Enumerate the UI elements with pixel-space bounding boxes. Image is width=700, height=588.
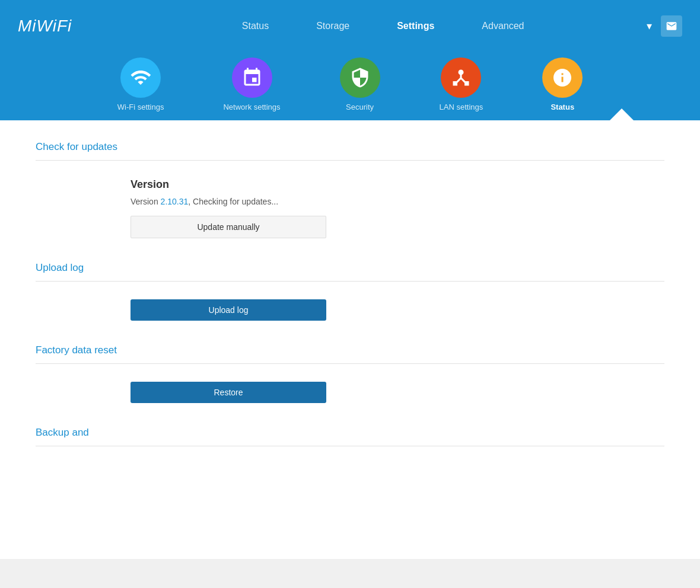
logo-text: MiWiFi bbox=[18, 17, 72, 35]
nav-storage[interactable]: Storage bbox=[316, 21, 349, 31]
main-nav: Status Storage Settings Advanced bbox=[119, 21, 647, 31]
subnav-network[interactable]: Network settings bbox=[223, 57, 280, 120]
subnav-lan[interactable]: LAN settings bbox=[440, 57, 483, 120]
version-text: Version 2.10.31, Checking for updates... bbox=[131, 197, 664, 206]
sub-nav: Wi-Fi settings Network settings Security… bbox=[0, 52, 700, 120]
subnav-network-label: Network settings bbox=[223, 103, 280, 111]
mail-icon[interactable] bbox=[661, 15, 682, 37]
version-number: 2.10.31 bbox=[161, 197, 189, 206]
subnav-security[interactable]: Security bbox=[340, 57, 380, 120]
subnav-status[interactable]: Status bbox=[542, 57, 583, 120]
restore-button[interactable]: Restore bbox=[131, 382, 326, 403]
section-divider-4 bbox=[36, 446, 664, 446]
subnav-status-label: Status bbox=[551, 103, 574, 111]
chevron-down-icon[interactable]: ▾ bbox=[647, 20, 652, 33]
header: MiWiFi Status Storage Settings Advanced … bbox=[0, 0, 700, 52]
header-actions: ▾ bbox=[647, 15, 682, 37]
subnav-lan-label: LAN settings bbox=[440, 103, 483, 111]
backup-section: Backup and bbox=[36, 427, 664, 446]
check-for-updates-section: Check for updates Version Version 2.10.3… bbox=[36, 141, 664, 238]
subnav-wifi[interactable]: Wi-Fi settings bbox=[117, 57, 164, 120]
update-manually-button[interactable]: Update manually bbox=[131, 216, 326, 238]
nav-status[interactable]: Status bbox=[242, 21, 269, 31]
main-content: Check for updates Version Version 2.10.3… bbox=[0, 120, 700, 559]
subnav-security-label: Security bbox=[346, 103, 374, 111]
upload-log-button[interactable]: Upload log bbox=[131, 299, 326, 321]
nav-advanced[interactable]: Advanced bbox=[482, 21, 524, 31]
section-divider-1 bbox=[36, 160, 664, 161]
status-icon-circle bbox=[542, 57, 583, 98]
lan-icon-circle bbox=[441, 57, 481, 98]
wifi-icon-circle bbox=[120, 57, 161, 98]
factory-reset-section: Factory data reset Restore bbox=[36, 344, 664, 403]
upload-log-title: Upload log bbox=[36, 262, 664, 274]
check-for-updates-title: Check for updates bbox=[36, 141, 664, 153]
version-prefix: Version bbox=[131, 197, 161, 206]
logo: MiWiFi bbox=[18, 17, 72, 36]
upload-log-section: Upload log Upload log bbox=[36, 262, 664, 321]
network-icon-circle bbox=[232, 57, 272, 98]
subnav-wifi-label: Wi-Fi settings bbox=[117, 103, 164, 111]
security-icon-circle bbox=[340, 57, 380, 98]
backup-title: Backup and bbox=[36, 427, 664, 439]
nav-settings[interactable]: Settings bbox=[397, 21, 434, 31]
section-divider-2 bbox=[36, 281, 664, 282]
active-pointer bbox=[610, 108, 634, 120]
section-divider-3 bbox=[36, 363, 664, 364]
version-suffix: , Checking for updates... bbox=[188, 197, 278, 206]
factory-reset-title: Factory data reset bbox=[36, 344, 664, 356]
version-label: Version bbox=[131, 178, 664, 191]
